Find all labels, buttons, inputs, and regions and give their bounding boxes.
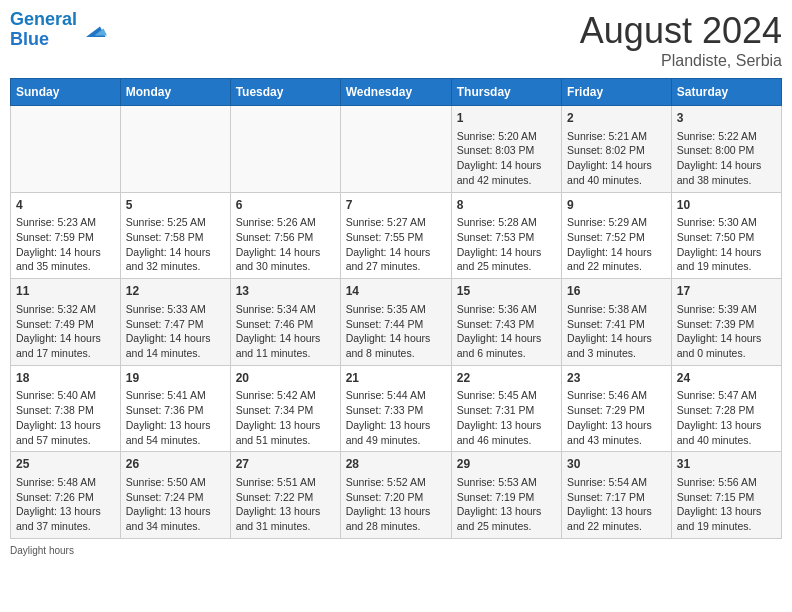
day-info: Sunrise: 5:46 AM Sunset: 7:29 PM Dayligh… xyxy=(567,389,652,445)
day-info: Sunrise: 5:29 AM Sunset: 7:52 PM Dayligh… xyxy=(567,216,652,272)
day-info: Sunrise: 5:48 AM Sunset: 7:26 PM Dayligh… xyxy=(16,476,101,532)
day-number: 8 xyxy=(457,197,556,214)
calendar-cell: 7Sunrise: 5:27 AM Sunset: 7:55 PM Daylig… xyxy=(340,192,451,279)
week-row-1: 4Sunrise: 5:23 AM Sunset: 7:59 PM Daylig… xyxy=(11,192,782,279)
day-number: 23 xyxy=(567,370,666,387)
day-info: Sunrise: 5:54 AM Sunset: 7:17 PM Dayligh… xyxy=(567,476,652,532)
day-info: Sunrise: 5:39 AM Sunset: 7:39 PM Dayligh… xyxy=(677,303,762,359)
calendar-cell: 24Sunrise: 5:47 AM Sunset: 7:28 PM Dayli… xyxy=(671,365,781,452)
week-row-4: 25Sunrise: 5:48 AM Sunset: 7:26 PM Dayli… xyxy=(11,452,782,539)
day-header-friday: Friday xyxy=(562,79,672,106)
calendar-cell: 18Sunrise: 5:40 AM Sunset: 7:38 PM Dayli… xyxy=(11,365,121,452)
header: General Blue August 2024 Plandiste, Serb… xyxy=(10,10,782,70)
calendar-header-row: SundayMondayTuesdayWednesdayThursdayFrid… xyxy=(11,79,782,106)
day-number: 16 xyxy=(567,283,666,300)
month-year: August 2024 xyxy=(580,10,782,52)
day-info: Sunrise: 5:53 AM Sunset: 7:19 PM Dayligh… xyxy=(457,476,542,532)
day-number: 14 xyxy=(346,283,446,300)
calendar-cell: 12Sunrise: 5:33 AM Sunset: 7:47 PM Dayli… xyxy=(120,279,230,366)
calendar-table: SundayMondayTuesdayWednesdayThursdayFrid… xyxy=(10,78,782,539)
calendar-cell: 3Sunrise: 5:22 AM Sunset: 8:00 PM Daylig… xyxy=(671,106,781,193)
day-info: Sunrise: 5:30 AM Sunset: 7:50 PM Dayligh… xyxy=(677,216,762,272)
calendar-cell: 23Sunrise: 5:46 AM Sunset: 7:29 PM Dayli… xyxy=(562,365,672,452)
calendar-cell xyxy=(11,106,121,193)
day-number: 17 xyxy=(677,283,776,300)
day-number: 11 xyxy=(16,283,115,300)
calendar-cell: 5Sunrise: 5:25 AM Sunset: 7:58 PM Daylig… xyxy=(120,192,230,279)
calendar-cell: 15Sunrise: 5:36 AM Sunset: 7:43 PM Dayli… xyxy=(451,279,561,366)
calendar-cell: 26Sunrise: 5:50 AM Sunset: 7:24 PM Dayli… xyxy=(120,452,230,539)
day-number: 5 xyxy=(126,197,225,214)
calendar-cell xyxy=(230,106,340,193)
day-info: Sunrise: 5:56 AM Sunset: 7:15 PM Dayligh… xyxy=(677,476,762,532)
day-info: Sunrise: 5:50 AM Sunset: 7:24 PM Dayligh… xyxy=(126,476,211,532)
day-number: 12 xyxy=(126,283,225,300)
day-number: 6 xyxy=(236,197,335,214)
day-info: Sunrise: 5:52 AM Sunset: 7:20 PM Dayligh… xyxy=(346,476,431,532)
day-info: Sunrise: 5:44 AM Sunset: 7:33 PM Dayligh… xyxy=(346,389,431,445)
logo-icon xyxy=(79,16,107,44)
location: Plandiste, Serbia xyxy=(580,52,782,70)
logo-text: General Blue xyxy=(10,10,77,50)
day-header-monday: Monday xyxy=(120,79,230,106)
calendar-cell: 22Sunrise: 5:45 AM Sunset: 7:31 PM Dayli… xyxy=(451,365,561,452)
calendar-cell: 25Sunrise: 5:48 AM Sunset: 7:26 PM Dayli… xyxy=(11,452,121,539)
day-number: 7 xyxy=(346,197,446,214)
day-number: 24 xyxy=(677,370,776,387)
day-header-sunday: Sunday xyxy=(11,79,121,106)
day-info: Sunrise: 5:40 AM Sunset: 7:38 PM Dayligh… xyxy=(16,389,101,445)
day-info: Sunrise: 5:38 AM Sunset: 7:41 PM Dayligh… xyxy=(567,303,652,359)
day-header-wednesday: Wednesday xyxy=(340,79,451,106)
daylight-label: Daylight hours xyxy=(10,545,74,556)
day-number: 18 xyxy=(16,370,115,387)
day-info: Sunrise: 5:25 AM Sunset: 7:58 PM Dayligh… xyxy=(126,216,211,272)
day-number: 22 xyxy=(457,370,556,387)
day-number: 26 xyxy=(126,456,225,473)
day-number: 19 xyxy=(126,370,225,387)
title-block: August 2024 Plandiste, Serbia xyxy=(580,10,782,70)
calendar-cell: 10Sunrise: 5:30 AM Sunset: 7:50 PM Dayli… xyxy=(671,192,781,279)
day-info: Sunrise: 5:42 AM Sunset: 7:34 PM Dayligh… xyxy=(236,389,321,445)
day-info: Sunrise: 5:26 AM Sunset: 7:56 PM Dayligh… xyxy=(236,216,321,272)
day-number: 15 xyxy=(457,283,556,300)
day-number: 25 xyxy=(16,456,115,473)
day-number: 20 xyxy=(236,370,335,387)
day-info: Sunrise: 5:34 AM Sunset: 7:46 PM Dayligh… xyxy=(236,303,321,359)
day-number: 21 xyxy=(346,370,446,387)
day-number: 1 xyxy=(457,110,556,127)
day-header-tuesday: Tuesday xyxy=(230,79,340,106)
calendar-cell: 20Sunrise: 5:42 AM Sunset: 7:34 PM Dayli… xyxy=(230,365,340,452)
day-info: Sunrise: 5:36 AM Sunset: 7:43 PM Dayligh… xyxy=(457,303,542,359)
day-number: 30 xyxy=(567,456,666,473)
week-row-3: 18Sunrise: 5:40 AM Sunset: 7:38 PM Dayli… xyxy=(11,365,782,452)
calendar-cell: 4Sunrise: 5:23 AM Sunset: 7:59 PM Daylig… xyxy=(11,192,121,279)
day-header-saturday: Saturday xyxy=(671,79,781,106)
logo: General Blue xyxy=(10,10,107,50)
day-info: Sunrise: 5:41 AM Sunset: 7:36 PM Dayligh… xyxy=(126,389,211,445)
calendar-cell: 28Sunrise: 5:52 AM Sunset: 7:20 PM Dayli… xyxy=(340,452,451,539)
week-row-2: 11Sunrise: 5:32 AM Sunset: 7:49 PM Dayli… xyxy=(11,279,782,366)
day-number: 31 xyxy=(677,456,776,473)
day-number: 29 xyxy=(457,456,556,473)
day-number: 13 xyxy=(236,283,335,300)
calendar-cell: 31Sunrise: 5:56 AM Sunset: 7:15 PM Dayli… xyxy=(671,452,781,539)
day-number: 9 xyxy=(567,197,666,214)
calendar-cell: 30Sunrise: 5:54 AM Sunset: 7:17 PM Dayli… xyxy=(562,452,672,539)
day-header-thursday: Thursday xyxy=(451,79,561,106)
day-info: Sunrise: 5:45 AM Sunset: 7:31 PM Dayligh… xyxy=(457,389,542,445)
day-number: 27 xyxy=(236,456,335,473)
week-row-0: 1Sunrise: 5:20 AM Sunset: 8:03 PM Daylig… xyxy=(11,106,782,193)
day-info: Sunrise: 5:35 AM Sunset: 7:44 PM Dayligh… xyxy=(346,303,431,359)
calendar-cell: 6Sunrise: 5:26 AM Sunset: 7:56 PM Daylig… xyxy=(230,192,340,279)
calendar-cell: 21Sunrise: 5:44 AM Sunset: 7:33 PM Dayli… xyxy=(340,365,451,452)
calendar-cell: 27Sunrise: 5:51 AM Sunset: 7:22 PM Dayli… xyxy=(230,452,340,539)
day-info: Sunrise: 5:27 AM Sunset: 7:55 PM Dayligh… xyxy=(346,216,431,272)
calendar-cell: 11Sunrise: 5:32 AM Sunset: 7:49 PM Dayli… xyxy=(11,279,121,366)
day-info: Sunrise: 5:21 AM Sunset: 8:02 PM Dayligh… xyxy=(567,130,652,186)
day-info: Sunrise: 5:23 AM Sunset: 7:59 PM Dayligh… xyxy=(16,216,101,272)
day-info: Sunrise: 5:47 AM Sunset: 7:28 PM Dayligh… xyxy=(677,389,762,445)
logo-line2: Blue xyxy=(10,29,49,49)
day-info: Sunrise: 5:51 AM Sunset: 7:22 PM Dayligh… xyxy=(236,476,321,532)
day-info: Sunrise: 5:33 AM Sunset: 7:47 PM Dayligh… xyxy=(126,303,211,359)
calendar-cell: 1Sunrise: 5:20 AM Sunset: 8:03 PM Daylig… xyxy=(451,106,561,193)
